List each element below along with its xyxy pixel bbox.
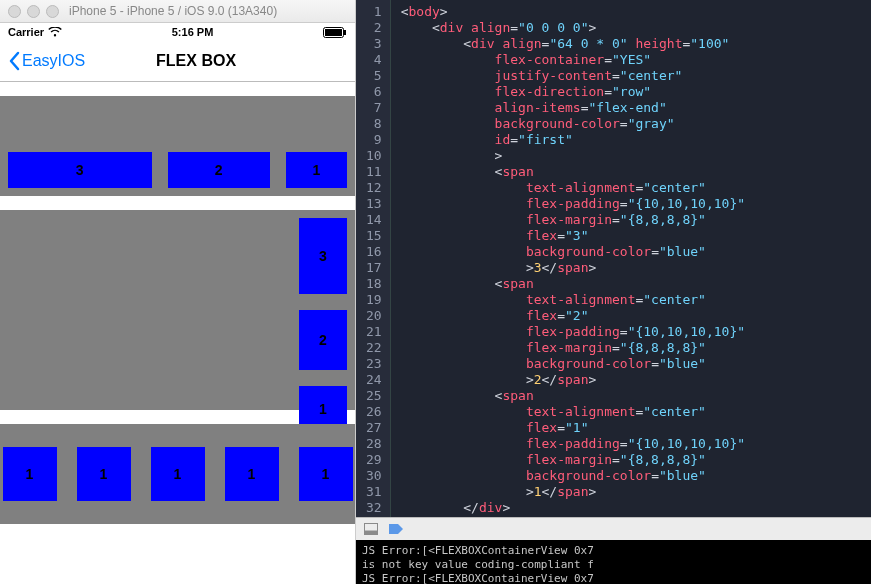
flex-box: 1 bbox=[3, 447, 57, 501]
debug-console[interactable]: JS Error:[<FLEXBOXContainerView 0x7 is n… bbox=[356, 540, 871, 584]
svg-rect-1 bbox=[325, 29, 342, 36]
window-title: iPhone 5 - iPhone 5 / iOS 9.0 (13A340) bbox=[69, 4, 347, 18]
flex-box: 1 bbox=[286, 152, 347, 188]
console-line: JS Error:[<FLEXBOXContainerView 0x7 bbox=[362, 572, 594, 584]
clock-label: 5:16 PM bbox=[62, 26, 323, 38]
flex-box: 1 bbox=[151, 447, 205, 501]
wifi-icon bbox=[48, 27, 62, 37]
content-area: 3 2 1 3 2 1 1 1 1 1 1 bbox=[0, 82, 355, 584]
code-editor[interactable]: 1234567891011121314151617181920212223242… bbox=[356, 0, 871, 517]
tag-icon[interactable] bbox=[388, 523, 404, 535]
carrier-label: Carrier bbox=[8, 26, 44, 38]
editor-pane: 1234567891011121314151617181920212223242… bbox=[356, 0, 871, 584]
flex-row-1: 3 2 1 bbox=[0, 96, 355, 196]
line-gutter: 1234567891011121314151617181920212223242… bbox=[356, 0, 391, 517]
flex-box: 3 bbox=[8, 152, 152, 188]
close-icon[interactable] bbox=[8, 5, 21, 18]
nav-bar: EasyIOS FLEX BOX bbox=[0, 41, 355, 82]
flex-row-2: 3 2 1 bbox=[0, 210, 355, 410]
svg-rect-4 bbox=[365, 531, 378, 535]
status-bar: Carrier 5:16 PM bbox=[0, 23, 355, 41]
flex-box: 2 bbox=[168, 152, 270, 188]
code-area[interactable]: <body> <div align="0 0 0 0"> <div align=… bbox=[391, 0, 857, 517]
console-line: JS Error:[<FLEXBOXContainerView 0x7 bbox=[362, 544, 594, 557]
flex-box: 1 bbox=[77, 447, 131, 501]
flex-box: 3 bbox=[299, 218, 347, 294]
flex-row-3: 1 1 1 1 1 bbox=[0, 424, 355, 524]
svg-rect-2 bbox=[344, 30, 346, 35]
flex-box: 1 bbox=[225, 447, 279, 501]
simulator-window: iPhone 5 - iPhone 5 / iOS 9.0 (13A340) C… bbox=[0, 0, 356, 584]
nav-title: FLEX BOX bbox=[45, 52, 347, 70]
chevron-left-icon bbox=[8, 51, 20, 71]
simulator-screen: Carrier 5:16 PM EasyIOS FLEX BOX bbox=[0, 23, 355, 584]
console-line: is not key value coding-compliant f bbox=[362, 558, 594, 571]
minimize-icon[interactable] bbox=[27, 5, 40, 18]
window-titlebar[interactable]: iPhone 5 - iPhone 5 / iOS 9.0 (13A340) bbox=[0, 0, 355, 23]
panel-toggle-icon[interactable] bbox=[364, 523, 378, 535]
battery-icon bbox=[323, 27, 347, 38]
flex-box: 2 bbox=[299, 310, 347, 370]
breadcrumb-bar[interactable] bbox=[356, 517, 871, 540]
traffic-lights[interactable] bbox=[8, 5, 59, 18]
zoom-icon[interactable] bbox=[46, 5, 59, 18]
flex-box: 1 bbox=[299, 447, 353, 501]
